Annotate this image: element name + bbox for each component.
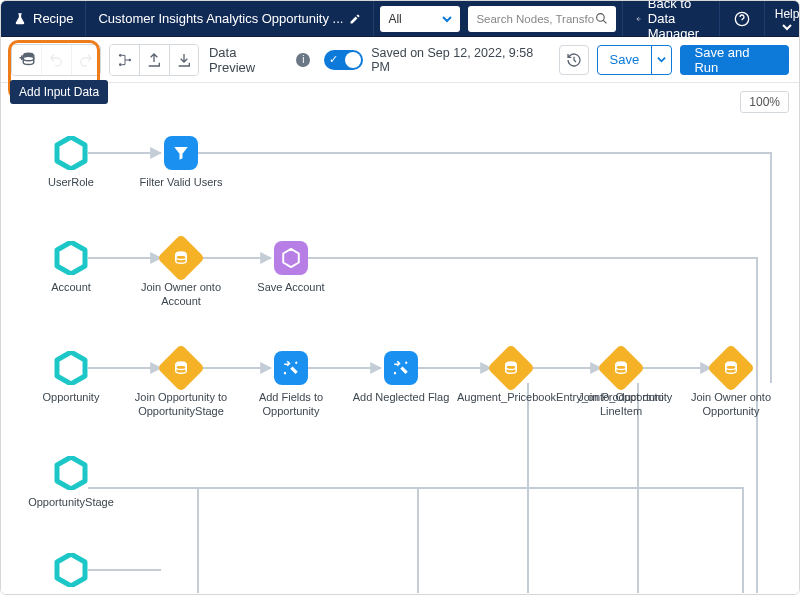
- download-icon: [176, 52, 192, 68]
- svg-point-3: [23, 56, 34, 61]
- node-search-input[interactable]: Search Nodes, Transfo: [468, 6, 616, 32]
- svg-point-14: [176, 365, 187, 370]
- node-userrole[interactable]: UserRole: [15, 136, 127, 190]
- node-oppstage[interactable]: OpportunityStage: [15, 456, 127, 510]
- check-icon: ✓: [329, 53, 338, 66]
- node-augmentpbe[interactable]: Augment_PricebookEntry_onto_Opportunity: [455, 351, 567, 405]
- node-label: Join Opportunity to OpportunityStage: [127, 391, 235, 419]
- node-addneglected[interactable]: Add Neglected Flag: [345, 351, 457, 405]
- node-label: Add Fields to Opportunity: [237, 391, 345, 419]
- recipe-canvas[interactable]: 100% UserRoleFilter Valid Users Account …: [1, 83, 799, 595]
- question-icon: [734, 11, 750, 27]
- back-link[interactable]: Back to Data Manager: [623, 1, 719, 36]
- download-button[interactable]: [169, 45, 198, 75]
- database-plus-icon: [17, 51, 37, 69]
- upload-icon: [146, 52, 162, 68]
- flask-icon: [13, 12, 27, 26]
- save-and-run-label: Save and Run: [694, 45, 775, 75]
- node-type-select[interactable]: All: [380, 6, 460, 32]
- svg-point-16: [506, 365, 517, 370]
- save-and-run-button[interactable]: Save and Run: [680, 45, 789, 75]
- svg-marker-12: [57, 352, 85, 384]
- node-label: Save Account: [257, 281, 324, 295]
- node-label: Join Owner onto Opportunity: [677, 391, 785, 419]
- save-split-button: Save: [597, 45, 673, 75]
- help-question-button[interactable]: [720, 1, 765, 36]
- recipe-title-cell[interactable]: Customer Insights Analytics Opportunity …: [86, 1, 374, 36]
- svg-point-20: [726, 365, 737, 370]
- node-label: Account: [51, 281, 91, 295]
- svg-point-10: [176, 255, 187, 260]
- node-joinowneracct[interactable]: Join Owner onto Account: [125, 241, 237, 309]
- node-joinoppstage[interactable]: Join Opportunity to OpportunityStage: [125, 351, 237, 419]
- select-value: All: [388, 12, 401, 26]
- search-icon: [595, 12, 608, 25]
- history-button[interactable]: [559, 45, 588, 75]
- save-label: Save: [610, 52, 640, 67]
- toolbar: Data Preview i ✓ Saved on Sep 12, 2022, …: [1, 37, 799, 83]
- undo-icon: [48, 52, 64, 68]
- node-joinproductli[interactable]: Join Product onto LineItem: [565, 351, 677, 419]
- data-preview-label: Data Preview: [209, 45, 285, 75]
- redo-button[interactable]: [71, 45, 100, 75]
- history-icon: [566, 52, 582, 68]
- add-input-tooltip: Add Input Data: [10, 80, 108, 104]
- caret-down-icon: [442, 14, 452, 24]
- svg-point-18: [616, 365, 627, 370]
- auto-layout-button[interactable]: [110, 45, 139, 75]
- saved-timestamp: Saved on Sep 12, 2022, 9:58 PM: [371, 46, 551, 74]
- page-type-cell[interactable]: Recipe: [1, 1, 86, 36]
- node-label: Join Product onto LineItem: [567, 391, 675, 419]
- page-type-label: Recipe: [33, 11, 73, 26]
- node-filtervalid[interactable]: Filter Valid Users: [125, 136, 237, 190]
- node-joinowneropp[interactable]: Join Owner onto Opportunity: [675, 351, 787, 419]
- node-partial[interactable]: [15, 553, 127, 593]
- node-saveaccount[interactable]: Save Account: [235, 241, 347, 295]
- node-label: Join Owner onto Account: [127, 281, 235, 309]
- undo-button[interactable]: [41, 45, 70, 75]
- upload-button[interactable]: [139, 45, 168, 75]
- layout-io-group: [109, 44, 199, 76]
- svg-marker-7: [57, 137, 85, 169]
- arrow-left-icon: [635, 12, 641, 26]
- node-account[interactable]: Account: [15, 241, 127, 295]
- svg-marker-8: [57, 242, 85, 274]
- toggle-knob: [345, 52, 361, 68]
- node-label: OpportunityStage: [28, 496, 114, 510]
- svg-marker-11: [283, 249, 299, 267]
- chevron-down-icon: [782, 23, 792, 31]
- svg-marker-21: [57, 457, 85, 489]
- pencil-icon[interactable]: [349, 13, 361, 25]
- info-icon[interactable]: i: [296, 53, 310, 67]
- search-placeholder: Search Nodes, Transfo: [476, 13, 594, 25]
- svg-marker-22: [57, 554, 85, 586]
- node-opportunity[interactable]: Opportunity: [15, 351, 127, 405]
- redo-icon: [78, 52, 94, 68]
- help-dropdown[interactable]: Help: [765, 1, 800, 36]
- svg-point-4: [119, 54, 122, 57]
- add-input-data-button[interactable]: [12, 45, 41, 75]
- node-label: Filter Valid Users: [140, 176, 223, 190]
- node-label: Opportunity: [43, 391, 100, 405]
- layout-icon: [117, 52, 133, 68]
- save-button[interactable]: Save: [598, 46, 652, 74]
- node-addfieldsopp[interactable]: Add Fields to Opportunity: [235, 351, 347, 419]
- node-label: UserRole: [48, 176, 94, 190]
- svg-point-0: [597, 14, 605, 22]
- back-label: Back to Data Manager: [648, 0, 707, 41]
- filter-search-cell: All Search Nodes, Transfo: [374, 1, 623, 36]
- recipe-title: Customer Insights Analytics Opportunity …: [98, 11, 343, 26]
- source-undo-group: [11, 44, 101, 76]
- caret-down-icon: [657, 55, 666, 64]
- help-label: Help: [775, 7, 800, 21]
- save-caret-button[interactable]: [651, 46, 671, 74]
- data-preview-toggle[interactable]: ✓: [324, 50, 363, 70]
- top-nav: Recipe Customer Insights Analytics Oppor…: [1, 1, 799, 37]
- node-label: Add Neglected Flag: [353, 391, 450, 405]
- svg-point-6: [128, 58, 131, 61]
- svg-point-5: [119, 63, 122, 66]
- node-label: Augment_PricebookEntry_onto_Opportunity: [457, 391, 565, 405]
